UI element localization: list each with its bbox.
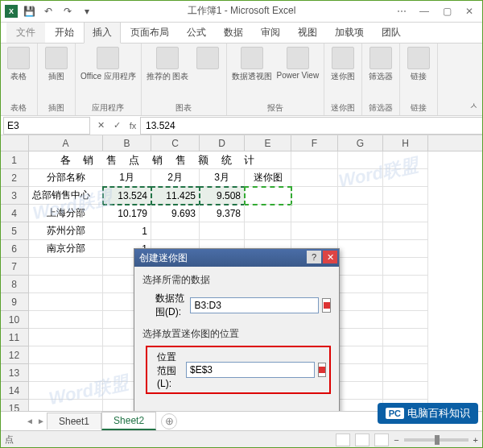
cell[interactable]	[29, 276, 103, 293]
cell-header[interactable]: 分部名称	[29, 169, 103, 187]
accept-entry-button[interactable]: ✓	[109, 118, 124, 133]
cell[interactable]	[291, 187, 338, 205]
cell-header[interactable]: 2月	[151, 169, 200, 187]
close-button[interactable]: ✕	[459, 3, 480, 19]
cell[interactable]	[245, 222, 291, 240]
col-header-a[interactable]: A	[29, 135, 103, 151]
cell[interactable]: 9.508	[200, 187, 245, 205]
cell-header[interactable]: 3月	[200, 169, 245, 187]
location-range-input[interactable]	[186, 362, 315, 378]
cell[interactable]	[29, 293, 103, 311]
cell[interactable]	[338, 276, 383, 293]
fx-button[interactable]: fx	[126, 118, 140, 133]
cell[interactable]	[338, 258, 383, 276]
add-sheet-button[interactable]: ⊕	[161, 413, 177, 429]
zoom-in-button[interactable]: +	[473, 435, 478, 445]
dialog-title-bar[interactable]: 创建迷你图 ? ✕	[134, 249, 339, 267]
link-button[interactable]: 链接	[405, 47, 432, 82]
ribbon-options-button[interactable]: ⋯	[391, 3, 412, 19]
row-header[interactable]: 8	[0, 276, 29, 293]
undo-button[interactable]: ↶	[40, 3, 56, 19]
file-tab[interactable]: 文件	[6, 23, 45, 43]
cell[interactable]	[338, 364, 383, 382]
dialog-help-button[interactable]: ?	[307, 251, 321, 263]
zoom-thumb[interactable]	[435, 435, 440, 445]
filter-button[interactable]: 筛选器	[367, 47, 394, 82]
cell[interactable]	[383, 329, 428, 346]
tab-team[interactable]: 团队	[374, 23, 409, 43]
tab-formulas[interactable]: 公式	[179, 23, 214, 43]
zoom-slider[interactable]	[404, 438, 469, 442]
page-layout-view-button[interactable]	[355, 433, 369, 446]
cell[interactable]	[383, 293, 428, 311]
recommended-charts-button[interactable]: 推荐的 图表	[147, 47, 189, 82]
data-range-picker-button[interactable]	[322, 298, 331, 313]
col-header-c[interactable]: C	[151, 135, 200, 151]
cell[interactable]: 1	[103, 222, 151, 240]
tab-view[interactable]: 视图	[290, 23, 325, 43]
cell[interactable]	[29, 329, 103, 346]
tab-data[interactable]: 数据	[216, 23, 251, 43]
row-header[interactable]: 7	[0, 258, 29, 276]
qat-more-button[interactable]: ▾	[79, 3, 95, 19]
row-header[interactable]: 5	[0, 222, 29, 240]
sheet-tab-2[interactable]: Sheet2	[101, 412, 156, 430]
cell-branch[interactable]: 南京分部	[29, 240, 103, 258]
cell[interactable]	[29, 364, 103, 382]
maximize-button[interactable]: ▢	[436, 3, 457, 19]
save-button[interactable]: 💾	[21, 3, 37, 19]
cell[interactable]	[338, 205, 383, 222]
redo-button[interactable]: ↷	[60, 3, 76, 19]
name-box[interactable]	[3, 117, 90, 135]
cell[interactable]: 9.693	[151, 205, 200, 222]
row-header[interactable]: 9	[0, 293, 29, 311]
cancel-entry-button[interactable]: ✕	[93, 118, 108, 133]
cell[interactable]	[338, 151, 383, 169]
minimize-button[interactable]: —	[414, 3, 435, 19]
cell[interactable]	[29, 311, 103, 329]
normal-view-button[interactable]	[336, 433, 350, 446]
cell[interactable]	[338, 382, 383, 400]
col-header-g[interactable]: G	[338, 135, 383, 151]
col-header-d[interactable]: D	[200, 135, 245, 151]
row-header[interactable]: 12	[0, 346, 29, 364]
cell[interactable]	[29, 258, 103, 276]
sheet-nav-next[interactable]: ►	[35, 416, 47, 427]
select-all-corner[interactable]	[0, 135, 29, 151]
cell[interactable]	[291, 169, 338, 187]
col-header-b[interactable]: B	[103, 135, 151, 151]
col-header-e[interactable]: E	[245, 135, 291, 151]
cell[interactable]	[383, 258, 428, 276]
cell-destination[interactable]	[245, 187, 291, 205]
location-range-picker-button[interactable]	[318, 363, 326, 377]
page-break-view-button[interactable]	[374, 433, 389, 446]
sheet-tab-1[interactable]: Sheet1	[47, 413, 101, 429]
cell[interactable]	[383, 187, 428, 205]
row-header[interactable]: 14	[0, 382, 29, 400]
formula-bar[interactable]	[140, 117, 483, 135]
row-header[interactable]: 2	[0, 169, 29, 187]
cell[interactable]	[383, 151, 428, 169]
cell[interactable]	[383, 346, 428, 364]
power-view-button[interactable]: Power View	[277, 47, 320, 80]
cell[interactable]	[338, 293, 383, 311]
charts-gallery-button[interactable]	[194, 47, 221, 69]
cell-branch[interactable]: 总部销售中心	[29, 187, 103, 205]
col-header-h[interactable]: H	[383, 135, 428, 151]
tab-review[interactable]: 审阅	[253, 23, 288, 43]
row-header[interactable]: 6	[0, 240, 29, 258]
tab-home[interactable]: 开始	[47, 23, 82, 43]
cell[interactable]	[338, 311, 383, 329]
tab-addins[interactable]: 加载项	[327, 23, 372, 43]
cell[interactable]	[383, 222, 428, 240]
cell[interactable]: 11.425	[151, 187, 200, 205]
cell[interactable]	[383, 276, 428, 293]
dialog-close-button[interactable]: ✕	[323, 251, 337, 263]
cell-branch[interactable]: 苏州分部	[29, 222, 103, 240]
cell-header[interactable]: 1月	[103, 169, 151, 187]
cell-title[interactable]: 各 销 售 点 销 售 额 统 计	[29, 151, 291, 169]
cell[interactable]	[291, 222, 338, 240]
tables-button[interactable]: 表格	[5, 47, 32, 82]
tab-insert[interactable]: 插入	[84, 22, 121, 44]
row-header[interactable]: 13	[0, 364, 29, 382]
